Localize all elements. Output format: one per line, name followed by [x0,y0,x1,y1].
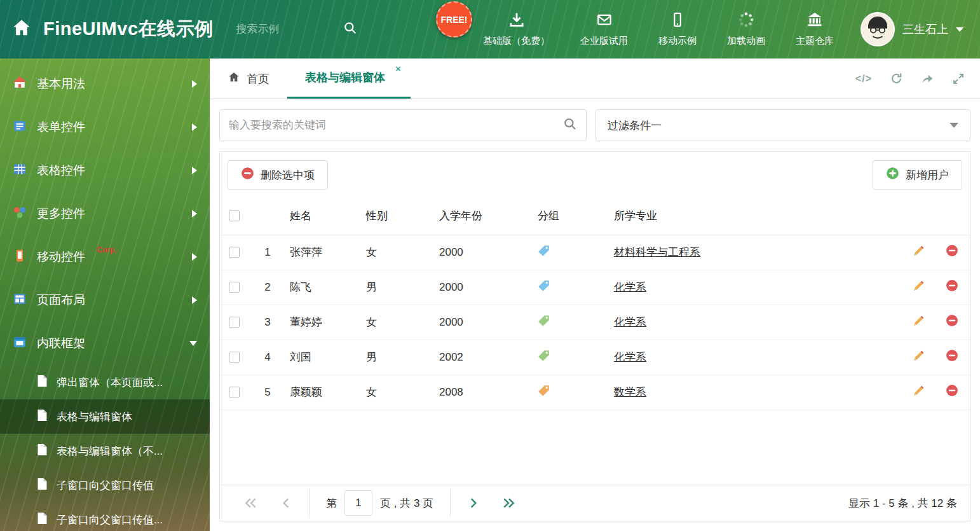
brand[interactable]: FineUIMvc在线示例 [0,17,214,42]
share-icon[interactable] [921,72,934,85]
close-tab-icon[interactable]: ✕ [395,64,402,74]
tag-icon [538,245,550,257]
search-icon[interactable] [563,117,577,134]
row-checkbox[interactable] [229,282,240,293]
major-link[interactable]: 化学系 [614,281,646,293]
delete-row-icon[interactable] [946,349,958,362]
file-icon [37,512,48,528]
sidebar-item-mobile-controls[interactable]: 移动控件 Corp. [0,235,210,279]
tag-icon [538,280,550,292]
view-source-icon[interactable]: </> [855,73,872,85]
frame-icon [13,335,27,352]
keyword-search-input[interactable] [229,119,563,132]
last-page-button[interactable] [491,496,527,510]
cell-gender: 女 [357,305,430,340]
file-icon [37,478,48,493]
table-row: 5 康颖颖 女 2008 数学系 [220,375,970,410]
header-nav: 基础版（免费） 企业版试用 移动示例 [483,11,834,47]
cell-name: 董婷婷 [281,305,357,340]
delete-row-icon[interactable] [946,384,958,397]
corp-badge: Corp. [97,245,116,254]
header-search-input[interactable] [236,23,332,36]
cell-year: 2000 [430,305,529,340]
sidebar-subitem-grid-edit-window[interactable]: 表格与编辑窗体 [0,399,210,434]
nav-basic-edition[interactable]: 基础版（免费） [483,11,550,47]
nav-enterprise-trial[interactable]: 企业版试用 [580,11,628,47]
edit-pencil-icon[interactable] [913,315,925,327]
filter-dropdown[interactable]: 过滤条件一 [595,109,970,141]
major-link[interactable]: 数学系 [614,386,646,398]
row-checkbox[interactable] [229,317,240,328]
cell-year: 2002 [430,340,529,375]
col-header-major: 所学专业 [605,198,902,235]
tab-home[interactable]: 首页 [210,59,287,99]
delete-row-icon[interactable] [946,314,958,327]
delete-row-icon[interactable] [946,279,958,292]
cell-name: 康颖颖 [281,375,357,410]
top-header: FineUIMvc在线示例 FREE! 基础版（免费） 企业版试用 [0,0,980,59]
expand-icon[interactable] [952,72,965,85]
sidebar-item-more-controls[interactable]: 更多控件 [0,192,210,235]
sidebar-item-grid-controls[interactable]: 表格控件 [0,149,210,192]
cell-year: 2008 [430,375,529,410]
refresh-icon[interactable] [890,72,903,85]
table-icon [13,162,27,179]
page-number-input[interactable] [344,490,372,516]
user-menu[interactable]: 三生石上 [861,12,980,46]
user-avatar[interactable] [861,12,895,46]
add-user-button[interactable]: 新增用户 [873,160,962,190]
mobile-icon [670,11,685,31]
tag-icon [538,315,550,327]
table-row: 1 张萍萍 女 2000 材料科学与工程系 [220,235,970,270]
tab-tools: </> [855,59,980,99]
delete-row-icon[interactable] [946,244,958,257]
row-checkbox[interactable] [229,387,240,397]
row-number: 2 [254,270,281,305]
sidebar-item-basic-usage[interactable]: 基本用法 [0,62,210,106]
nav-loading-animation[interactable]: 加载动画 [727,11,765,47]
sidebar-item-page-layout[interactable]: 页面布局 [0,279,210,322]
edit-pencil-icon[interactable] [913,350,925,362]
major-link[interactable]: 材料科学与工程系 [614,246,700,258]
delete-selected-button[interactable]: 删除选中项 [228,160,328,190]
row-checkbox[interactable] [229,352,240,362]
panel-spacer [220,410,970,485]
major-link[interactable]: 化学系 [614,351,646,363]
row-checkbox[interactable] [229,247,240,258]
sidebar-subitem-popup-window[interactable]: 弹出窗体（本页面或... [0,365,210,399]
sidebar-subitem-child-to-parent[interactable]: 子窗口向父窗口传值 [0,468,210,502]
row-number: 5 [254,375,281,410]
sidebar-subitem-child-to-parent-2[interactable]: 子窗口向父窗口传值... [0,502,210,531]
sidebar-item-inline-frame[interactable]: 内联框架 [0,322,210,365]
edit-pencil-icon[interactable] [913,245,925,257]
search-icon[interactable] [343,21,357,38]
tab-grid-edit-window[interactable]: 表格与编辑窗体 ✕ [287,59,411,99]
edit-pencil-icon[interactable] [913,280,925,292]
first-page-button[interactable] [233,496,268,510]
shapes-icon [13,205,27,223]
page-prefix: 第 [326,496,337,511]
download-icon [508,11,525,31]
col-header-gender: 性别 [357,198,430,235]
edit-pencil-icon[interactable] [913,385,925,397]
col-header-group: 分组 [529,198,605,235]
sidebar-item-form-controls[interactable]: 表单控件 [0,106,210,149]
next-page-button[interactable] [456,496,491,510]
table-header-row: 姓名 性别 入学年份 分组 所学专业 [220,198,970,235]
nav-theme-store[interactable]: 主题仓库 [796,11,834,47]
sidebar-subitem-grid-edit-window-2[interactable]: 表格与编辑窗体（不... [0,434,210,468]
major-link[interactable]: 化学系 [614,316,646,328]
filter-row: 过滤条件一 [219,109,970,141]
col-header-year: 入学年份 [430,198,529,235]
bank-icon [806,11,824,31]
table-row: 2 陈飞 男 2000 化学系 [220,270,970,305]
header-search [236,21,357,38]
cell-name: 陈飞 [281,270,357,305]
spinner-icon [738,11,754,31]
nav-mobile-demo[interactable]: 移动示例 [658,11,697,47]
home-icon[interactable] [11,18,32,40]
chevron-right-icon [192,296,197,304]
prev-page-button[interactable] [268,496,304,510]
cell-gender: 男 [357,270,430,305]
select-all-checkbox[interactable] [229,210,240,221]
